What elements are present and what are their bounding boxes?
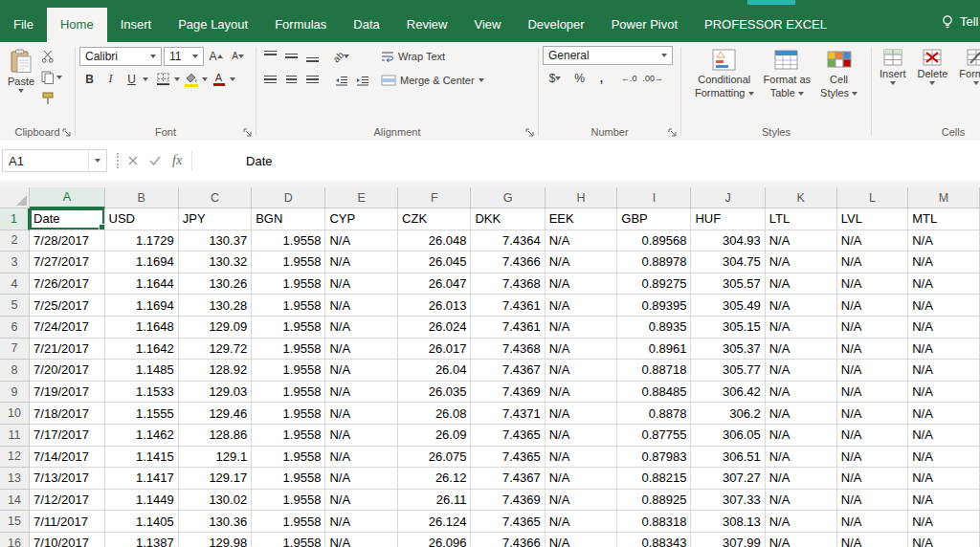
cell-A11[interactable]: 7/17/2017 bbox=[30, 425, 104, 447]
ribbon-tab-view[interactable]: View bbox=[460, 8, 514, 42]
cell-J8[interactable]: 305.77 bbox=[691, 360, 765, 382]
cell-K15[interactable]: N/A bbox=[766, 511, 837, 533]
decrease-indent-button[interactable] bbox=[331, 71, 351, 91]
cell-C13[interactable]: 129.17 bbox=[179, 468, 252, 490]
cell-C4[interactable]: 130.26 bbox=[179, 274, 252, 295]
cancel-formula-icon[interactable] bbox=[128, 156, 138, 165]
comma-style-button[interactable]: , bbox=[591, 68, 612, 88]
cell-L8[interactable]: N/A bbox=[837, 360, 908, 382]
cell-H1[interactable]: EEK bbox=[546, 208, 618, 230]
row-header-13[interactable]: 13 bbox=[0, 468, 30, 490]
increase-decimal-button[interactable]: ←.0 bbox=[619, 69, 639, 88]
cell-B7[interactable]: 1.1642 bbox=[105, 339, 179, 361]
cell-B2[interactable]: 1.1729 bbox=[105, 230, 179, 252]
cell-F10[interactable]: 26.08 bbox=[398, 403, 471, 425]
alignment-dialog-launcher-icon[interactable] bbox=[525, 128, 535, 138]
cell-C6[interactable]: 129.09 bbox=[179, 317, 252, 339]
cell-I10[interactable]: 0.8878 bbox=[617, 403, 691, 425]
row-header-15[interactable]: 15 bbox=[0, 511, 30, 533]
cell-A15[interactable]: 7/11/2017 bbox=[30, 511, 104, 533]
cell-H10[interactable]: N/A bbox=[546, 403, 618, 425]
cell-L14[interactable]: N/A bbox=[837, 490, 908, 512]
cell-A16[interactable]: 7/10/2017 bbox=[30, 533, 104, 547]
align-center-button[interactable] bbox=[281, 71, 301, 91]
underline-button[interactable]: U bbox=[122, 69, 142, 89]
cell-E5[interactable]: N/A bbox=[325, 295, 398, 317]
number-format-select[interactable]: General bbox=[543, 46, 673, 65]
name-box[interactable]: A1 bbox=[2, 149, 107, 172]
cell-J3[interactable]: 304.75 bbox=[691, 252, 765, 274]
column-header-G[interactable]: G bbox=[471, 187, 545, 208]
font-color-dropdown-icon[interactable] bbox=[230, 77, 235, 81]
cell-L3[interactable]: N/A bbox=[837, 252, 908, 274]
cell-J16[interactable]: 307.99 bbox=[691, 533, 765, 547]
cell-C15[interactable]: 130.36 bbox=[179, 511, 252, 533]
percent-style-button[interactable]: % bbox=[569, 68, 590, 88]
cell-G3[interactable]: 7.4366 bbox=[471, 252, 545, 274]
cell-L13[interactable]: N/A bbox=[837, 468, 908, 490]
fill-color-button[interactable] bbox=[181, 69, 201, 89]
cell-F2[interactable]: 26.048 bbox=[398, 230, 471, 252]
cell-M15[interactable]: N/A bbox=[908, 511, 980, 533]
cell-H15[interactable]: N/A bbox=[546, 511, 618, 533]
cell-E3[interactable]: N/A bbox=[325, 252, 398, 274]
cell-D15[interactable]: 1.9558 bbox=[252, 511, 325, 533]
increase-indent-button[interactable] bbox=[352, 71, 372, 91]
cell-A13[interactable]: 7/13/2017 bbox=[30, 468, 104, 490]
font-color-button[interactable]: A bbox=[209, 69, 229, 89]
cell-M6[interactable]: N/A bbox=[908, 317, 980, 339]
enter-formula-icon[interactable] bbox=[149, 156, 161, 165]
cell-L16[interactable]: N/A bbox=[837, 533, 908, 547]
column-header-C[interactable]: C bbox=[179, 187, 252, 208]
cell-B4[interactable]: 1.1644 bbox=[105, 274, 179, 295]
cell-G13[interactable]: 7.4367 bbox=[471, 468, 545, 490]
italic-button[interactable]: I bbox=[100, 69, 121, 89]
cell-A8[interactable]: 7/20/2017 bbox=[30, 360, 104, 382]
cell-B5[interactable]: 1.1694 bbox=[105, 295, 179, 317]
cell-M9[interactable]: N/A bbox=[908, 382, 980, 404]
cell-K5[interactable]: N/A bbox=[766, 295, 837, 317]
cell-A5[interactable]: 7/25/2017 bbox=[30, 295, 104, 317]
cell-G14[interactable]: 7.4369 bbox=[471, 490, 545, 512]
cell-A6[interactable]: 7/24/2017 bbox=[30, 317, 104, 339]
cell-G6[interactable]: 7.4361 bbox=[471, 317, 545, 339]
cell-I6[interactable]: 0.8935 bbox=[617, 317, 691, 339]
cell-D11[interactable]: 1.9558 bbox=[252, 425, 325, 447]
cell-H8[interactable]: N/A bbox=[546, 360, 618, 382]
cell-L5[interactable]: N/A bbox=[837, 295, 908, 317]
cell-B9[interactable]: 1.1533 bbox=[105, 382, 179, 404]
align-right-button[interactable] bbox=[302, 71, 323, 91]
cell-F6[interactable]: 26.024 bbox=[398, 317, 471, 339]
cell-B11[interactable]: 1.1462 bbox=[105, 425, 179, 447]
cell-C1[interactable]: JPY bbox=[179, 208, 252, 230]
shrink-font-button[interactable]: A bbox=[228, 46, 248, 66]
ribbon-tab-formulas[interactable]: Formulas bbox=[261, 8, 340, 42]
cell-J9[interactable]: 306.42 bbox=[691, 382, 765, 404]
cell-G10[interactable]: 7.4371 bbox=[471, 403, 545, 425]
cell-C2[interactable]: 130.37 bbox=[179, 230, 252, 252]
cell-L9[interactable]: N/A bbox=[837, 382, 908, 404]
row-header-4[interactable]: 4 bbox=[0, 274, 30, 295]
cell-A3[interactable]: 7/27/2017 bbox=[30, 252, 104, 274]
cell-F4[interactable]: 26.047 bbox=[398, 274, 471, 295]
cell-M10[interactable]: N/A bbox=[908, 403, 980, 425]
font-name-select[interactable]: Calibri bbox=[79, 47, 162, 66]
cell-J2[interactable]: 304.93 bbox=[691, 230, 765, 252]
cell-E1[interactable]: CYP bbox=[325, 208, 398, 230]
cell-K7[interactable]: N/A bbox=[766, 339, 837, 361]
cell-E8[interactable]: N/A bbox=[325, 360, 398, 382]
cell-D5[interactable]: 1.9558 bbox=[252, 295, 325, 317]
merge-center-button[interactable]: Merge & Center bbox=[377, 70, 488, 91]
format-painter-button[interactable] bbox=[38, 88, 65, 109]
cell-J15[interactable]: 308.13 bbox=[691, 511, 765, 533]
row-header-2[interactable]: 2 bbox=[0, 230, 30, 252]
cell-H7[interactable]: N/A bbox=[546, 339, 618, 361]
cell-A1[interactable]: Date bbox=[30, 208, 104, 230]
column-header-B[interactable]: B bbox=[105, 187, 179, 208]
cell-C9[interactable]: 129.03 bbox=[179, 382, 252, 404]
row-header-16[interactable]: 16 bbox=[0, 533, 30, 547]
cell-C5[interactable]: 130.28 bbox=[179, 295, 252, 317]
cell-I15[interactable]: 0.88318 bbox=[617, 511, 691, 533]
align-bottom-button[interactable] bbox=[302, 47, 323, 67]
cell-C14[interactable]: 130.02 bbox=[179, 490, 252, 512]
